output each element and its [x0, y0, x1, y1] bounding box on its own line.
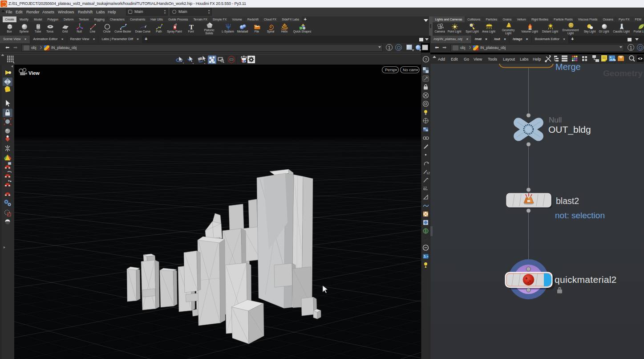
svg-text:12: 12: [426, 171, 430, 175]
svg-text:Null: Null: [549, 116, 562, 124]
svg-text:View: View: [28, 70, 40, 76]
svg-text:Geometry: Geometry: [603, 69, 643, 78]
svg-text:not: selection: not: selection: [555, 211, 605, 220]
svg-text:quickmaterial2: quickmaterial2: [555, 274, 617, 285]
svg-text:Merge: Merge: [555, 64, 581, 72]
svg-text:T: T: [189, 24, 193, 31]
svg-text:Persp: Persp: [385, 68, 396, 72]
svg-text:No cam: No cam: [403, 68, 417, 72]
svg-text:?: ?: [425, 57, 427, 62]
svg-text:OUT_bldg: OUT_bldg: [548, 124, 591, 135]
svg-text:blast2: blast2: [556, 196, 579, 206]
